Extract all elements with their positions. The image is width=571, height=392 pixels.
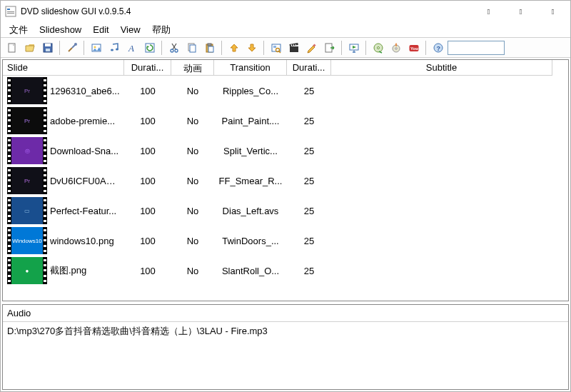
slide-thumbnail: Windows10 [7, 227, 47, 254]
move-down-icon[interactable] [243, 40, 260, 56]
duration-cell: 100 [124, 144, 171, 158]
menu-slideshow[interactable]: Slideshow [34, 23, 87, 36]
slide-name: Perfect-Featur... [50, 206, 116, 216]
menu-bar: 文件SlideshowEditView帮助 [1, 22, 570, 38]
column-header[interactable]: Slide [3, 60, 124, 76]
minimize-button[interactable]:  [473, 1, 505, 22]
svg-rect-27 [208, 46, 213, 52]
export-icon[interactable] [321, 40, 338, 56]
music-icon[interactable] [106, 40, 122, 56]
subtitle-cell [331, 269, 552, 272]
thumb-label: Pr [24, 88, 30, 94]
table-row[interactable]: Windows10windows10.png100NoTwinDoors_...… [3, 226, 568, 256]
new-icon[interactable] [4, 40, 20, 56]
table-row[interactable]: ●截图.png100NoSlantRoll_O...25 [3, 256, 568, 286]
copy-icon[interactable] [183, 40, 200, 56]
anim-cell: No [171, 234, 214, 248]
slide-thumbnail: Pr [7, 77, 47, 104]
svg-rect-8 [46, 49, 50, 51]
edit-icon[interactable] [303, 40, 320, 56]
audio-path[interactable]: D:\mp3\270多首抖音精选歌曲\抖音精选（上）\3LAU - Fire.m… [3, 322, 568, 389]
table-row[interactable]: ◎Download-Sna...100NoSplit_Vertic...25 [3, 136, 568, 166]
column-header[interactable]: Durati... [287, 60, 331, 76]
svg-rect-3 [7, 13, 14, 14]
subtitle-cell [331, 89, 552, 92]
table-body[interactable]: Pr1296310_abe6...100NoRipples_Co...25Pra… [3, 76, 568, 301]
slide-name: windows10.png [50, 236, 114, 246]
subtitle-cell [331, 239, 552, 242]
svg-rect-24 [190, 45, 196, 52]
column-header[interactable]: Subtitle [331, 60, 552, 76]
transition-duration-cell: 25 [287, 114, 331, 128]
help-icon[interactable]: ? [430, 40, 446, 56]
transition-cell: Split_Vertic... [214, 144, 287, 158]
toolbar-separator [161, 41, 162, 55]
duration-cell: 100 [124, 264, 171, 278]
paste-icon[interactable] [201, 40, 218, 56]
svg-rect-2 [7, 11, 14, 12]
burn-icon[interactable] [388, 40, 404, 56]
settings-icon[interactable] [64, 40, 80, 56]
import-img-icon[interactable] [88, 40, 104, 56]
table-row[interactable]: ▭Perfect-Featur...100NoDias_Left.avs25 [3, 196, 568, 226]
column-header[interactable]: Durati... [124, 60, 171, 76]
svg-point-45 [395, 47, 397, 49]
anim-cell: No [171, 84, 214, 98]
column-header[interactable]: 动画 [171, 60, 214, 76]
transition-duration-cell: 25 [287, 204, 331, 218]
thumb-label: ▭ [24, 208, 30, 214]
table-row[interactable]: Pr1296310_abe6...100NoRipples_Co...25 [3, 76, 568, 106]
toolbar-separator [221, 41, 222, 55]
toolbar-separator [341, 41, 342, 55]
slide-thumbnail: Pr [7, 167, 47, 194]
slide-thumbnail: ▭ [7, 197, 47, 224]
title-bar: DVD slideshow GUI v.0.9.5.4    [1, 1, 570, 22]
yt-icon[interactable]: You [405, 40, 422, 56]
save-icon[interactable] [39, 40, 56, 56]
thumb-label: Pr [24, 178, 30, 184]
transition-cell: TwinDoors_... [214, 234, 287, 248]
svg-point-11 [74, 43, 77, 46]
column-header[interactable]: Transition [214, 60, 287, 76]
thumb-label: ◎ [25, 148, 30, 154]
slide-name: DvU6ICFU0AE... [50, 176, 120, 186]
move-up-icon[interactable] [226, 40, 242, 56]
transition-cell: FF_Smear_R... [214, 174, 287, 188]
window-controls:    [473, 1, 569, 22]
preview-icon[interactable] [268, 40, 284, 56]
screen-icon[interactable] [345, 40, 362, 56]
slide-thumbnail: ● [7, 257, 47, 284]
open-icon[interactable] [21, 40, 38, 56]
maximize-button[interactable]:  [505, 1, 537, 22]
svg-rect-1 [7, 9, 10, 10]
svg-rect-29 [273, 46, 276, 48]
thumb-label: Windows10 [12, 238, 41, 244]
close-button[interactable]:  [537, 1, 569, 22]
transition-duration-cell: 25 [287, 84, 331, 98]
menu-edit[interactable]: Edit [87, 23, 114, 36]
anim-cell: No [171, 144, 214, 158]
table-row[interactable]: Pradobe-premie...100NoPaint_Paint....25 [3, 106, 568, 136]
anim-cell: No [171, 174, 214, 188]
disc-icon[interactable] [370, 40, 386, 56]
menu-帮助[interactable]: 帮助 [146, 22, 176, 38]
cut-icon[interactable] [166, 40, 182, 56]
font-icon[interactable]: A [123, 40, 140, 56]
menu-view[interactable]: View [115, 23, 146, 36]
refresh-icon[interactable] [141, 40, 158, 56]
menu-文件[interactable]: 文件 [4, 22, 34, 38]
table-row[interactable]: PrDvU6ICFU0AE...100NoFF_Smear_R...25 [3, 166, 568, 196]
svg-text:?: ? [436, 45, 440, 52]
duration-cell: 100 [124, 234, 171, 248]
audio-panel: Audio D:\mp3\270多首抖音精选歌曲\抖音精选（上）\3LAU - … [2, 304, 569, 390]
slate-icon[interactable] [286, 40, 302, 56]
duration-cell: 100 [124, 84, 171, 98]
svg-point-13 [94, 46, 96, 48]
transition-cell: SlantRoll_O... [214, 264, 287, 278]
slide-thumbnail: ◎ [7, 137, 47, 164]
toolbar-textbox[interactable] [448, 41, 505, 55]
svg-rect-7 [45, 44, 51, 46]
slide-name: adobe-premie... [50, 116, 115, 126]
slide-thumbnail: Pr [7, 107, 47, 134]
main-area: SlideDurati...动画TransitionDurati...Subti… [1, 58, 570, 391]
